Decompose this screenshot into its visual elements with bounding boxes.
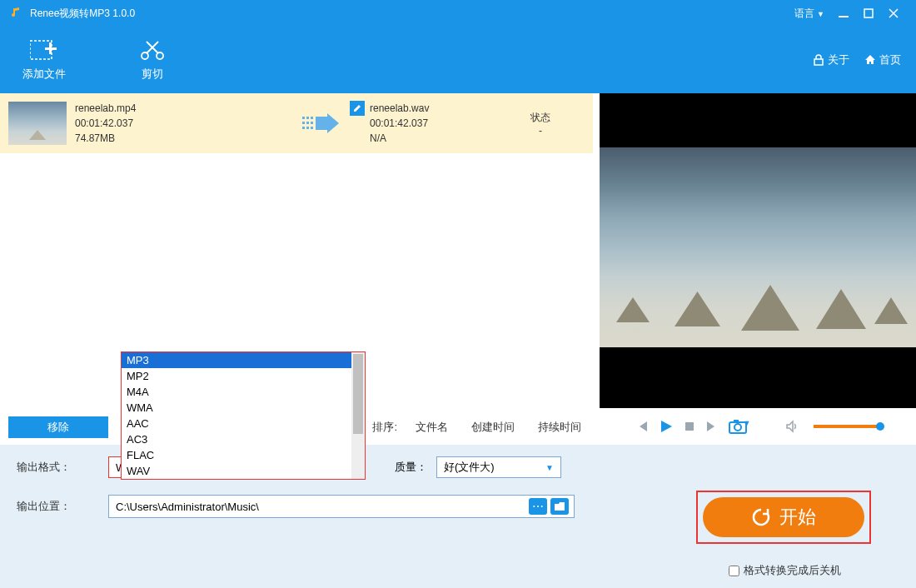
dropdown-option[interactable]: AC3 [122, 431, 365, 447]
output-format-label: 输出格式： [17, 460, 108, 475]
svg-rect-1 [864, 9, 873, 17]
add-file-icon [29, 38, 59, 62]
close-button[interactable] [881, 5, 906, 22]
svg-rect-8 [306, 117, 309, 119]
target-info: reneelab.wav 00:01:42.037 N/A [370, 101, 503, 146]
cut-label: 剪切 [142, 67, 163, 82]
source-info: reneelab.mp4 00:01:42.037 74.87MB [75, 101, 291, 146]
add-file-button[interactable]: 添加文件 [15, 38, 73, 82]
file-row[interactable]: reneelab.mp4 00:01:42.037 74.87MB reneel… [0, 93, 593, 153]
shutdown-checkbox[interactable]: 格式转换完成后关机 [729, 563, 841, 578]
format-dropdown-list[interactable]: MP3 MP2 M4A WMA AAC AC3 FLAC WAV [121, 351, 366, 480]
status-column: 状态 - [503, 111, 578, 137]
svg-rect-9 [311, 117, 313, 119]
dropdown-scrollbar[interactable] [351, 352, 365, 479]
volume-slider[interactable] [814, 425, 880, 428]
lock-icon [813, 54, 824, 66]
sort-by-created[interactable]: 创建时间 [471, 420, 515, 435]
quality-label: 质量： [395, 460, 436, 475]
snapshot-button[interactable]: ▼ [729, 419, 751, 434]
dropdown-option[interactable]: WMA [122, 400, 365, 416]
remove-button[interactable]: 移除 [8, 416, 108, 438]
start-button-highlight: 开始 [696, 491, 871, 544]
start-button[interactable]: 开始 [703, 497, 864, 537]
svg-rect-10 [302, 122, 305, 124]
svg-rect-19 [734, 420, 739, 423]
svg-rect-15 [311, 127, 313, 129]
svg-rect-14 [306, 127, 309, 129]
quality-select[interactable]: 好(文件大)▼ [436, 456, 561, 478]
chevron-down-icon: ▼ [545, 463, 554, 472]
home-icon [864, 54, 876, 66]
dropdown-option[interactable]: M4A [122, 384, 365, 400]
output-path-input[interactable]: C:\Users\Administrator\Music\ ⋯ [108, 495, 575, 518]
dropdown-option[interactable]: WAV [122, 463, 365, 479]
svg-rect-12 [311, 122, 313, 124]
sort-by-name[interactable]: 文件名 [416, 420, 448, 435]
source-size: 74.87MB [75, 131, 291, 146]
prev-button[interactable] [635, 420, 649, 433]
sort-by-duration[interactable]: 持续时间 [538, 420, 581, 435]
source-filename: reneelab.mp4 [75, 101, 291, 116]
dropdown-option[interactable]: AAC [122, 416, 365, 431]
app-title: Renee视频转MP3 1.0.0 [30, 7, 135, 21]
refresh-icon [751, 507, 771, 527]
svg-rect-13 [302, 127, 305, 129]
svg-rect-11 [306, 122, 309, 124]
edit-icon[interactable] [350, 101, 365, 116]
path-browse-button[interactable] [550, 498, 569, 515]
cut-button[interactable]: 剪切 [123, 38, 182, 82]
preview-image [600, 147, 916, 347]
language-menu[interactable]: 语言 ▼ [794, 7, 824, 21]
home-link[interactable]: 首页 [864, 52, 901, 67]
shutdown-checkbox-input[interactable] [729, 566, 739, 576]
preview-panel [600, 93, 916, 408]
scissors-icon [137, 38, 167, 62]
output-path-label: 输出位置： [17, 499, 108, 514]
play-button[interactable] [659, 419, 674, 434]
target-duration: 00:01:42.037 [370, 116, 503, 131]
app-logo-icon [10, 7, 23, 20]
svg-rect-0 [839, 16, 849, 17]
arrow-icon [291, 113, 350, 133]
svg-point-18 [734, 424, 741, 431]
title-bar: Renee视频转MP3 1.0.0 语言 ▼ [0, 0, 916, 27]
dropdown-option[interactable]: FLAC [122, 447, 365, 463]
volume-icon[interactable] [785, 420, 799, 433]
add-file-label: 添加文件 [22, 67, 66, 82]
file-thumbnail [8, 102, 67, 145]
target-size: N/A [370, 131, 503, 146]
preview-controls: ▼ [600, 408, 916, 445]
minimize-button[interactable] [831, 5, 856, 22]
next-button[interactable] [705, 420, 719, 433]
main-toolbar: 添加文件 剪切 关于 首页 [0, 27, 916, 93]
svg-rect-7 [302, 117, 305, 119]
stop-button[interactable] [684, 421, 695, 432]
sort-label: 排序: [372, 420, 397, 435]
dropdown-option[interactable]: MP2 [122, 368, 365, 384]
svg-rect-16 [685, 422, 694, 431]
maximize-button[interactable] [856, 5, 881, 22]
target-filename: reneelab.wav [370, 101, 503, 116]
about-link[interactable]: 关于 [813, 52, 849, 67]
svg-rect-4 [49, 42, 52, 54]
source-duration: 00:01:42.037 [75, 116, 291, 131]
dropdown-option[interactable]: MP3 [122, 352, 365, 368]
path-more-button[interactable]: ⋯ [529, 498, 547, 515]
